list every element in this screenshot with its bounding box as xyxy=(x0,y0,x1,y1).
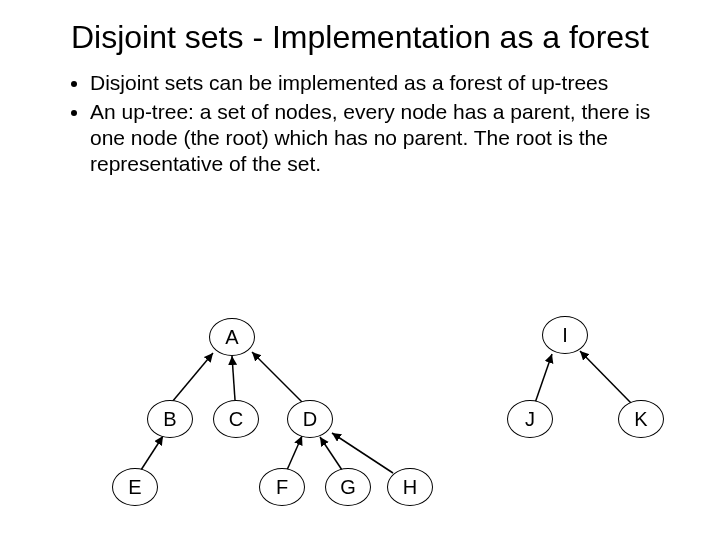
svg-line-5 xyxy=(320,437,342,470)
svg-line-0 xyxy=(172,353,213,402)
bullet-list: Disjoint sets can be implemented as a fo… xyxy=(50,70,680,177)
node-E: E xyxy=(112,468,158,506)
node-F: F xyxy=(259,468,305,506)
node-J: J xyxy=(507,400,553,438)
svg-line-2 xyxy=(252,352,302,402)
node-A: A xyxy=(209,318,255,356)
node-K: K xyxy=(618,400,664,438)
svg-line-3 xyxy=(141,436,163,470)
svg-line-8 xyxy=(580,351,631,403)
node-I: I xyxy=(542,316,588,354)
node-G: G xyxy=(325,468,371,506)
svg-line-4 xyxy=(287,436,302,470)
node-B: B xyxy=(147,400,193,438)
svg-line-6 xyxy=(332,433,393,473)
forest-diagram: A B C D E F G H I J K xyxy=(0,290,720,530)
node-D: D xyxy=(287,400,333,438)
node-C: C xyxy=(213,400,259,438)
node-H: H xyxy=(387,468,433,506)
slide-title: Disjoint sets - Implementation as a fore… xyxy=(40,18,680,56)
bullet-item: An up-tree: a set of nodes, every node h… xyxy=(90,99,680,178)
svg-line-1 xyxy=(232,356,235,400)
svg-line-7 xyxy=(535,354,552,403)
bullet-item: Disjoint sets can be implemented as a fo… xyxy=(90,70,680,96)
